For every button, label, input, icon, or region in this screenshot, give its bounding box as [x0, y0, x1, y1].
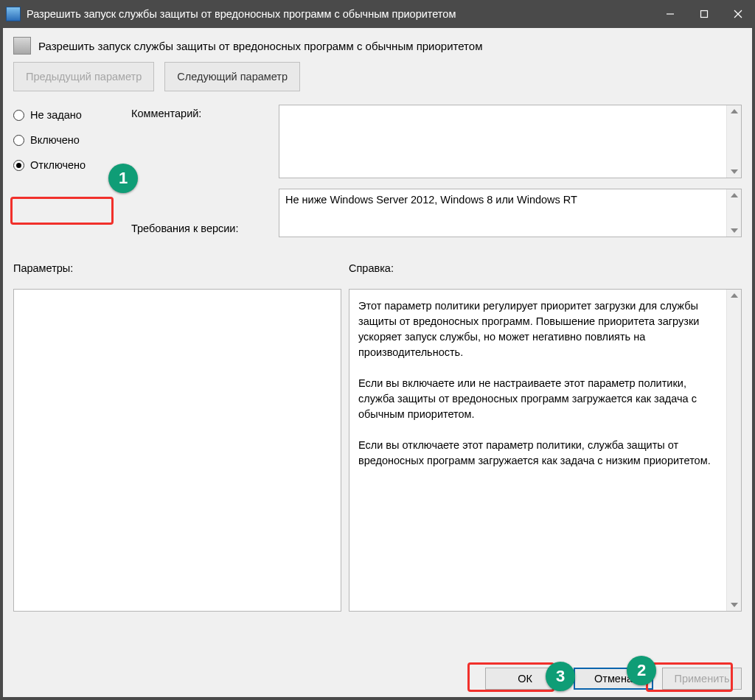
- scrollbar[interactable]: [726, 189, 741, 237]
- radio-not-configured[interactable]: Не задано: [13, 109, 131, 121]
- scrollbar[interactable]: [726, 290, 741, 611]
- comment-label: Комментарий:: [131, 105, 279, 119]
- radio-icon: [13, 160, 24, 171]
- supported-label: Требования к версии:: [131, 220, 279, 234]
- options-panel: [13, 289, 341, 612]
- help-label: Справка:: [349, 262, 394, 274]
- minimize-button[interactable]: [653, 0, 687, 28]
- policy-icon: [13, 37, 31, 55]
- previous-setting-button[interactable]: Предыдущий параметр: [13, 62, 154, 91]
- help-panel: Этот параметр политики регулирует приори…: [349, 289, 742, 612]
- close-button[interactable]: [721, 0, 755, 28]
- comment-textarea[interactable]: [279, 105, 742, 178]
- maximize-button[interactable]: [687, 0, 721, 28]
- options-label: Параметры:: [13, 262, 349, 274]
- next-setting-button[interactable]: Следующий параметр: [164, 62, 300, 91]
- titlebar[interactable]: Разрешить запуск службы защиты от вредон…: [0, 0, 755, 28]
- help-text: Этот параметр политики регулирует приори…: [358, 298, 722, 469]
- client-area: Разрешить запуск службы защиты от вредон…: [3, 28, 752, 697]
- scrollbar[interactable]: [726, 105, 741, 178]
- radio-icon: [13, 135, 24, 146]
- window-title: Разрешить запуск службы защиты от вредон…: [27, 8, 653, 20]
- radio-enabled[interactable]: Включено: [13, 134, 131, 146]
- supported-box: Не ниже Windows Server 2012, Windows 8 и…: [279, 189, 742, 237]
- window-icon: [6, 7, 21, 21]
- apply-button[interactable]: Применить: [662, 668, 742, 690]
- radio-icon: [13, 110, 24, 121]
- radio-disabled[interactable]: Отключено: [13, 159, 131, 171]
- ok-button[interactable]: ОК: [485, 668, 565, 690]
- cancel-button[interactable]: Отмена: [574, 668, 653, 690]
- radio-label: Отключено: [30, 159, 86, 171]
- radio-label: Включено: [30, 134, 80, 146]
- supported-text: Не ниже Windows Server 2012, Windows 8 и…: [285, 194, 577, 206]
- page-title: Разрешить запуск службы защиты от вредон…: [38, 40, 482, 52]
- radio-label: Не задано: [30, 109, 82, 121]
- svg-rect-1: [701, 11, 708, 18]
